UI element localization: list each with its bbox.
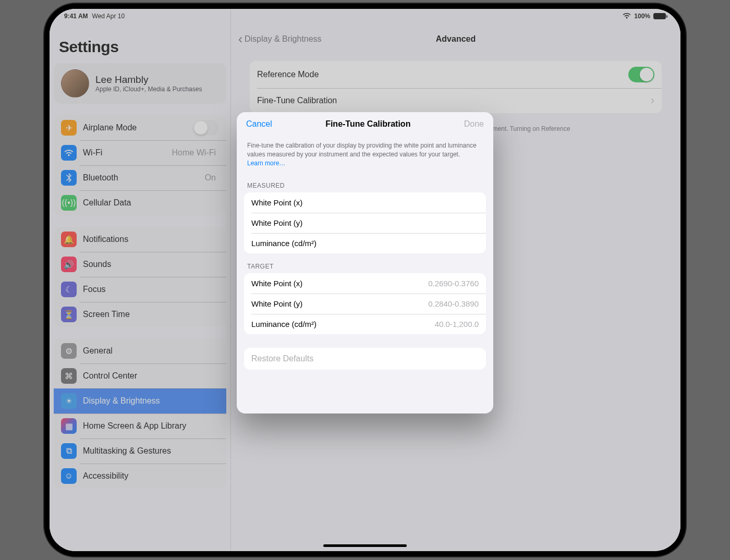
wifi-label: Wi-Fi xyxy=(83,148,172,157)
bluetooth-label: Bluetooth xyxy=(83,173,205,182)
fine-tune-calibration-sheet: Cancel Fine-Tune Calibration Done Fine-t… xyxy=(237,112,493,413)
airplane-mode-switch[interactable] xyxy=(193,120,219,136)
device-frame: 9:41 AM Wed Apr 10 100% Settings xyxy=(44,4,686,556)
bell-icon: 🔔 xyxy=(61,232,77,247)
bluetooth-row[interactable]: Bluetooth On xyxy=(54,165,226,190)
control-center-label: Control Center xyxy=(83,371,219,381)
notifications-group: 🔔 Notifications 🔊 Sounds ☾ Focus ⏳ Scree… xyxy=(54,227,226,327)
accessibility-label: Accessibility xyxy=(83,471,219,481)
focus-label: Focus xyxy=(83,285,219,294)
sounds-label: Sounds xyxy=(83,260,219,269)
sheet-header: Cancel Fine-Tune Calibration Done xyxy=(237,112,493,136)
measured-white-point-y-row[interactable]: White Point (y) xyxy=(244,213,486,233)
avatar xyxy=(61,69,89,98)
sheet-description: Fine-tune the calibration of your displa… xyxy=(237,136,493,173)
wifi-row-icon xyxy=(61,145,77,161)
connectivity-group: ✈︎ Airplane Mode Wi-Fi Home Wi-Fi xyxy=(54,115,226,215)
gear-icon: ⚙︎ xyxy=(61,343,77,359)
target-wpy-label: White Point (y) xyxy=(251,299,428,308)
display-brightness-label: Display & Brightness xyxy=(83,396,219,406)
target-white-point-y-row[interactable]: White Point (y) 0.2840-0.3890 xyxy=(244,294,486,314)
multitasking-icon: ⧉ xyxy=(61,443,77,459)
target-wpx-value: 0.2690-0.3760 xyxy=(428,279,479,288)
page-title: Settings xyxy=(50,38,230,63)
control-center-row[interactable]: ⌘ Control Center xyxy=(54,363,226,388)
notifications-row[interactable]: 🔔 Notifications xyxy=(54,227,226,252)
profile-name: Lee Hambly xyxy=(95,74,202,86)
general-group: ⚙︎ General ⌘ Control Center ☀︎ Display &… xyxy=(54,338,226,489)
back-button[interactable]: ‹ Display & Brightness xyxy=(238,32,322,46)
accessibility-icon: ☺︎ xyxy=(61,468,77,484)
accessibility-row[interactable]: ☺︎ Accessibility xyxy=(54,464,226,489)
learn-more-link[interactable]: Learn more… xyxy=(247,160,285,167)
cellular-data-row[interactable]: ((•)) Cellular Data xyxy=(54,190,226,215)
status-time: 9:41 AM xyxy=(64,13,88,20)
target-group: White Point (x) 0.2690-0.3760 White Poin… xyxy=(244,273,486,334)
notifications-label: Notifications xyxy=(83,235,219,244)
cancel-button[interactable]: Cancel xyxy=(246,119,272,129)
status-battery-percent: 100% xyxy=(634,13,650,20)
back-label: Display & Brightness xyxy=(245,34,322,44)
restore-defaults-button[interactable]: Restore Defaults xyxy=(244,348,486,370)
speaker-icon: 🔊 xyxy=(61,257,77,272)
airplane-mode-row[interactable]: ✈︎ Airplane Mode xyxy=(54,115,226,140)
fine-tune-label: Fine-Tune Calibration xyxy=(257,96,648,105)
chevron-left-icon: ‹ xyxy=(238,32,242,46)
target-header: TARGET xyxy=(237,253,493,273)
brightness-icon: ☀︎ xyxy=(61,393,77,409)
target-lum-label: Luminance (cd/m²) xyxy=(251,320,435,328)
target-luminance-row[interactable]: Luminance (cd/m²) 40.0-1,200.0 xyxy=(244,314,486,334)
measured-white-point-x-row[interactable]: White Point (x) xyxy=(244,192,486,213)
airplane-mode-label: Airplane Mode xyxy=(83,123,193,132)
cellular-icon: ((•)) xyxy=(61,195,77,211)
multitasking-label: Multitasking & Gestures xyxy=(83,446,219,456)
status-date: Wed Apr 10 xyxy=(92,13,125,20)
target-wpx-label: White Point (x) xyxy=(251,279,428,288)
measured-lum-label: Luminance (cd/m²) xyxy=(251,239,479,248)
screen-time-row[interactable]: ⏳ Screen Time xyxy=(54,302,226,327)
reference-mode-switch[interactable] xyxy=(628,67,654,82)
nav-title: Advanced xyxy=(436,34,476,44)
reference-mode-label: Reference Mode xyxy=(257,70,628,79)
sidebar: Settings Lee Hambly Apple ID, iCloud+, M… xyxy=(50,9,231,551)
restore-defaults-group: Restore Defaults xyxy=(244,348,486,370)
reference-mode-group: Reference Mode Fine-Tune Calibration xyxy=(250,61,662,113)
target-lum-value: 40.0-1,200.0 xyxy=(435,320,479,328)
sliders-icon: ⌘ xyxy=(61,368,77,384)
focus-row[interactable]: ☾ Focus xyxy=(54,277,226,302)
target-white-point-x-row[interactable]: White Point (x) 0.2690-0.3760 xyxy=(244,273,486,294)
measured-wpy-label: White Point (y) xyxy=(251,218,479,227)
airplane-icon: ✈︎ xyxy=(61,120,77,136)
status-bar: 9:41 AM Wed Apr 10 100% xyxy=(50,9,680,21)
display-brightness-row[interactable]: ☀︎ Display & Brightness xyxy=(54,388,226,413)
fine-tune-calibration-row[interactable]: Fine-Tune Calibration xyxy=(250,88,662,113)
reference-mode-row[interactable]: Reference Mode xyxy=(250,61,662,88)
battery-icon xyxy=(653,13,666,19)
profile-subtitle: Apple ID, iCloud+, Media & Purchases xyxy=(95,86,202,93)
device-screen: 9:41 AM Wed Apr 10 100% Settings xyxy=(50,9,680,551)
bluetooth-icon xyxy=(61,170,77,186)
done-button[interactable]: Done xyxy=(464,119,484,129)
multitasking-row[interactable]: ⧉ Multitasking & Gestures xyxy=(54,439,226,464)
measured-luminance-row[interactable]: Luminance (cd/m²) xyxy=(244,233,486,253)
wifi-row[interactable]: Wi-Fi Home Wi-Fi xyxy=(54,140,226,165)
measured-header: MEASURED xyxy=(237,173,493,192)
hourglass-icon: ⏳ xyxy=(61,307,77,322)
home-indicator[interactable] xyxy=(323,544,407,547)
target-wpy-value: 0.2840-0.3890 xyxy=(428,299,479,308)
moon-icon: ☾ xyxy=(61,282,77,297)
wifi-value: Home Wi-Fi xyxy=(172,148,216,157)
apple-id-row[interactable]: Lee Hambly Apple ID, iCloud+, Media & Pu… xyxy=(54,63,226,104)
sheet-title: Fine-Tune Calibration xyxy=(325,119,410,129)
general-row[interactable]: ⚙︎ General xyxy=(54,338,226,363)
measured-wpx-label: White Point (x) xyxy=(251,198,479,207)
general-label: General xyxy=(83,346,219,356)
profile-group: Lee Hambly Apple ID, iCloud+, Media & Pu… xyxy=(54,63,226,104)
measured-group: White Point (x) White Point (y) Luminanc… xyxy=(244,192,486,253)
home-screen-row[interactable]: ▦ Home Screen & App Library xyxy=(54,413,226,439)
sounds-row[interactable]: 🔊 Sounds xyxy=(54,252,226,277)
wifi-icon xyxy=(623,13,631,20)
sheet-description-text: Fine-tune the calibration of your displa… xyxy=(247,142,477,158)
apps-icon: ▦ xyxy=(61,418,77,434)
home-screen-label: Home Screen & App Library xyxy=(83,421,219,431)
